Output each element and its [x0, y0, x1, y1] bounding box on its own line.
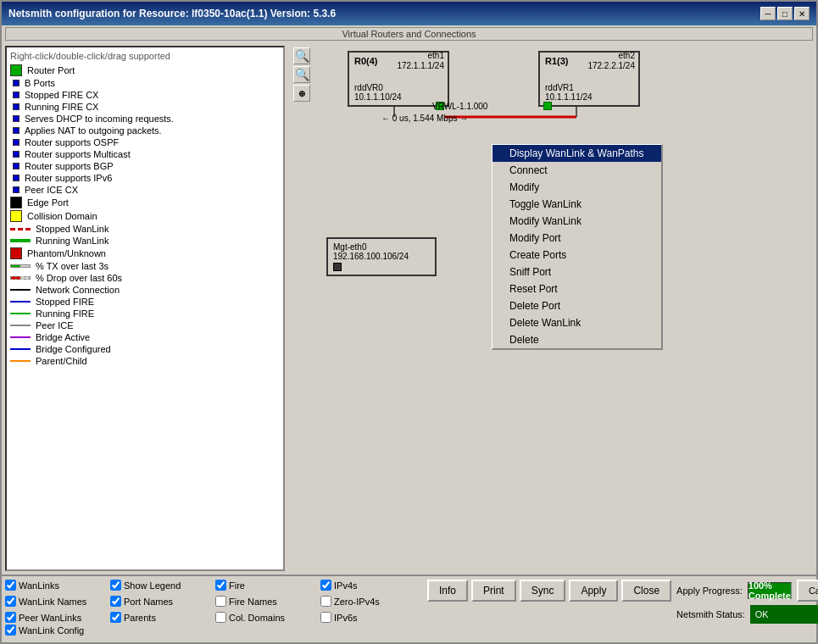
checkbox-input[interactable]: [215, 580, 226, 591]
legend-item: Parent/Child: [10, 356, 280, 366]
r1-eth-ip: 172.2.2.1/24: [587, 61, 635, 70]
wanlink-label: VRWL-1.1.000: [432, 102, 487, 111]
legend-item: Network Connection: [10, 285, 280, 295]
checkbox-input[interactable]: [5, 625, 16, 636]
wanlink-speed: ← 0 us, 1.544 Mbps →: [381, 114, 468, 123]
checkbox-input[interactable]: [110, 596, 121, 607]
status-value: OK: [750, 605, 818, 624]
legend-item: Peer ICE: [10, 320, 280, 330]
progress-status: Apply Progress: 100% Complete Cancel App…: [676, 580, 818, 624]
checkbox-item[interactable]: IPv4s: [320, 580, 422, 591]
checkbox-input[interactable]: [320, 580, 331, 591]
r1-vr: rddVR1: [545, 83, 633, 92]
legend-item: Router supports BGP: [10, 161, 280, 171]
zoom-in-button[interactable]: 🔍: [293, 47, 310, 64]
checkbox-input[interactable]: [5, 612, 16, 623]
r1-vr-ip: 10.1.1.11/24: [545, 92, 633, 102]
context-menu-item[interactable]: Modify: [492, 179, 661, 196]
context-menu-item[interactable]: Display WanLink & WanPaths: [492, 145, 661, 162]
checkboxes-row3: Peer WanLinksParentsCol. DomainsIPv6s: [5, 612, 422, 623]
r0-vr: rddVR0: [354, 83, 442, 92]
checkbox-item[interactable]: Port Names: [110, 596, 212, 607]
checkbox-item[interactable]: IPv6s: [320, 612, 422, 623]
legend-item: Running FIRE CX: [10, 102, 280, 112]
checkbox-input[interactable]: [5, 596, 16, 607]
checkbox-input[interactable]: [215, 612, 226, 623]
context-menu-item[interactable]: Toggle WanLink: [492, 196, 661, 213]
r0-vr-ip: 10.1.1.10/24: [354, 92, 442, 102]
router-r1[interactable]: R1(3) eth2 172.2.2.1/24 rddVR1 10.1.1.11…: [538, 51, 640, 107]
context-menu-item[interactable]: Modify Port: [492, 230, 661, 247]
zoom-out-button[interactable]: 🔍: [293, 66, 310, 83]
checkbox-item[interactable]: Zero-IPv4s: [320, 596, 422, 607]
context-menu-item[interactable]: Delete Port: [492, 297, 661, 314]
checkbox-input[interactable]: [5, 580, 16, 591]
info-button[interactable]: Info: [427, 580, 468, 602]
checkbox-item[interactable]: Fire: [215, 580, 317, 591]
close-button[interactable]: Close: [621, 580, 671, 602]
mgt-box[interactable]: Mgt-eth0 192.168.100.106/24: [326, 237, 437, 276]
checkbox-input[interactable]: [320, 596, 331, 607]
r0-eth-ip: 172.1.1.1/24: [397, 61, 444, 70]
checkbox-item[interactable]: Col. Domains: [215, 612, 317, 623]
print-button[interactable]: Print: [471, 580, 516, 602]
legend-item: Bridge Configured: [10, 344, 280, 354]
context-menu-item[interactable]: Delete WanLink: [492, 314, 661, 331]
legend-title: Right-click/double-click/drag supported: [10, 51, 280, 61]
r1-port-dot[interactable]: [543, 102, 552, 110]
checkbox-item[interactable]: Fire Names: [215, 596, 317, 607]
apply-progress-label: Apply Progress:: [676, 586, 743, 596]
cancel-apply-button[interactable]: Cancel Apply: [797, 580, 818, 602]
legend-item: Phantom/Unknown: [10, 247, 280, 259]
maximize-button[interactable]: □: [777, 7, 793, 20]
bottom-bar: WanLinksShow LegendFireIPv4s WanLink Nam…: [2, 575, 816, 642]
mgt-ip: 192.168.100.106/24: [333, 252, 430, 261]
legend-item: Router Port: [10, 64, 280, 76]
r1-eth-label: eth2: [619, 51, 635, 60]
checkbox-item[interactable]: Peer WanLinks: [5, 612, 107, 623]
checkbox-item[interactable]: WanLinks: [5, 580, 107, 591]
context-menu-item[interactable]: Modify WanLink: [492, 213, 661, 230]
zoom-fit-button[interactable]: ⊕: [293, 85, 310, 102]
context-menu-item[interactable]: Connect: [492, 162, 661, 179]
apply-button[interactable]: Apply: [569, 580, 618, 602]
status-label: Netsmith Status:: [676, 609, 745, 619]
legend-item: Router supports OSPF: [10, 137, 280, 147]
context-menu-item[interactable]: Sniff Port: [492, 264, 661, 280]
context-menu-item[interactable]: Reset Port: [492, 280, 661, 297]
legend-item: Router supports Multicast: [10, 149, 280, 159]
legend-item: B Ports: [10, 78, 280, 88]
progress-row: Apply Progress: 100% Complete Cancel App…: [676, 580, 818, 602]
checkbox-item[interactable]: WanLink Names: [5, 596, 107, 607]
checkbox-item[interactable]: Parents: [110, 612, 212, 623]
router-r0[interactable]: R0(4) eth1 172.1.1.1/24 rddVR0 10.1.1.10…: [348, 51, 449, 107]
legend-panel: Right-click/double-click/drag supported …: [5, 46, 285, 571]
status-row: Netsmith Status: OK: [676, 605, 818, 624]
legend-item: Stopped WanLink: [10, 224, 280, 234]
mgt-label: Mgt-eth0: [333, 242, 430, 252]
progress-bar-fill: 100% Complete: [748, 583, 791, 598]
zoom-controls: 🔍 🔍 ⊕: [293, 47, 310, 102]
context-menu-item[interactable]: Delete: [492, 331, 661, 348]
main-window: Netsmith configuration for Resource: lf0…: [0, 0, 818, 644]
title-bar-buttons: ─ □ ✕: [760, 7, 810, 20]
close-button[interactable]: ✕: [794, 7, 810, 20]
checkbox-input[interactable]: [110, 580, 121, 591]
checkbox-item[interactable]: Show Legend: [110, 580, 212, 591]
checkboxes-section: WanLinksShow LegendFireIPv4s WanLink Nam…: [5, 580, 422, 639]
minimize-button[interactable]: ─: [760, 7, 776, 20]
section-label: Virtual Routers and Connections: [5, 27, 813, 41]
context-menu-item[interactable]: Create Ports: [492, 247, 661, 264]
legend-item: Stopped FIRE: [10, 297, 280, 307]
legend-item: Serves DHCP to incoming requests.: [10, 114, 280, 124]
checkbox-item[interactable]: WanLink Config: [5, 625, 107, 636]
checkbox-input[interactable]: [215, 596, 226, 607]
checkbox-input[interactable]: [110, 612, 121, 623]
sync-button[interactable]: Sync: [520, 580, 566, 602]
r0-eth-label: eth1: [428, 51, 444, 60]
legend-item: Stopped FIRE CX: [10, 90, 280, 100]
context-menu[interactable]: Display WanLink & WanPathsConnectModifyT…: [492, 144, 663, 350]
checkbox-input[interactable]: [320, 612, 331, 623]
canvas-area[interactable]: 🔍 🔍 ⊕ R0(4) eth1 172.1.1.1/24: [288, 42, 816, 575]
legend-item: Applies NAT to outgoing packets.: [10, 125, 280, 136]
